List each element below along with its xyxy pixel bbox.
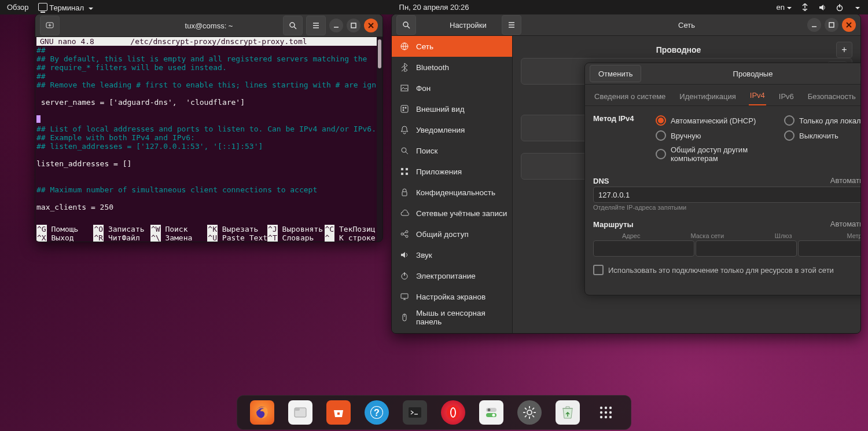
- sidebar-item-apps[interactable]: Приложения: [392, 161, 512, 182]
- dock-app-opera[interactable]: [441, 400, 465, 425]
- tab-ipv6[interactable]: IPv6: [778, 87, 795, 105]
- dock-app-firefox[interactable]: [250, 400, 274, 425]
- ipv4-method-manual[interactable]: Вручную: [656, 130, 784, 141]
- chevron-down-icon[interactable]: [855, 7, 860, 12]
- sidebar-item-label: Bluetooth: [416, 63, 449, 72]
- maximize-button[interactable]: [347, 19, 361, 32]
- apply-button[interactable]: Применить: [860, 65, 861, 82]
- maximize-button[interactable]: [825, 18, 838, 32]
- tab-security[interactable]: Безопасность: [807, 87, 857, 105]
- svg-rect-15: [406, 168, 408, 170]
- dns-label: DNS: [593, 177, 609, 185]
- svg-point-3: [290, 23, 295, 27]
- network-icon[interactable]: [801, 3, 809, 12]
- sidebar-item-lock[interactable]: Конфиденциальность: [392, 182, 512, 203]
- power-icon[interactable]: [836, 3, 844, 12]
- svg-point-49: [600, 411, 602, 414]
- ipv4-method-off[interactable]: Выключить: [784, 130, 861, 141]
- sidebar-item-search[interactable]: Поиск: [392, 140, 512, 161]
- settings-search-button[interactable]: [396, 15, 416, 35]
- ipv4-method-auto[interactable]: Автоматический (DHCP): [656, 115, 784, 126]
- route-gw-input[interactable]: [798, 240, 861, 257]
- svg-point-12: [403, 109, 404, 111]
- connection-editor-dialog: Отменить Проводные Применить Сведения о …: [584, 63, 861, 295]
- dock-app-settings[interactable]: [517, 400, 542, 425]
- svg-point-5: [403, 22, 408, 27]
- bell-icon: [400, 125, 409, 134]
- sidebar-item-power[interactable]: Электропитание: [392, 265, 512, 286]
- svg-rect-24: [401, 294, 408, 298]
- menu-button[interactable]: [306, 16, 326, 35]
- sidebar-item-label: Конфиденциальность: [416, 188, 495, 197]
- ipv4-method-share[interactable]: Общий доступ другим компьютерам: [656, 145, 784, 163]
- power-icon: [400, 271, 409, 280]
- activities-button[interactable]: Обзор: [7, 3, 29, 12]
- sound-icon: [400, 250, 409, 260]
- dock-app-help[interactable]: ?: [365, 400, 389, 425]
- svg-rect-36: [409, 407, 421, 418]
- svg-rect-17: [406, 173, 408, 175]
- sidebar-item-label: Сетевые учётные записи: [416, 209, 507, 218]
- sidebar-item-appearance[interactable]: Внешний вид: [392, 98, 512, 119]
- svg-point-21: [406, 235, 408, 238]
- sidebar-item-sound[interactable]: Звук: [392, 244, 512, 265]
- dns-input[interactable]: [593, 187, 861, 203]
- svg-point-43: [492, 414, 495, 417]
- new-tab-button[interactable]: [40, 16, 60, 35]
- route-addr-input[interactable]: [593, 240, 694, 257]
- clock[interactable]: Пн, 20 апреля 20:26: [399, 3, 469, 12]
- search-icon: [400, 146, 409, 155]
- minimize-button[interactable]: [329, 19, 343, 32]
- terminal-content[interactable]: GNU nano 4.8 /etc/dnscrypt-proxy/dnscryp…: [35, 37, 382, 242]
- dock-app-software[interactable]: [326, 400, 351, 425]
- volume-icon[interactable]: [818, 3, 826, 12]
- tab-details[interactable]: Сведения о системе: [593, 87, 667, 105]
- search-button[interactable]: [283, 16, 303, 35]
- sidebar-item-mouse[interactable]: Мышь и сенсорная панель: [392, 307, 512, 328]
- minimize-button[interactable]: [807, 18, 821, 32]
- only-resources-checkbox[interactable]: [593, 265, 604, 275]
- ipv4-method-local[interactable]: Только для локальной сети: [784, 115, 861, 126]
- terminal-icon: [38, 3, 47, 11]
- cancel-button[interactable]: Отменить: [590, 65, 641, 82]
- sidebar-item-label: Поиск: [416, 147, 437, 155]
- dock-app-grid[interactable]: [594, 400, 618, 425]
- dock-app-files[interactable]: [288, 400, 312, 425]
- tab-ipv4[interactable]: IPv4: [749, 86, 766, 105]
- sidebar-item-cloud[interactable]: Сетевые учётные записи: [392, 203, 512, 224]
- add-connection-button[interactable]: +: [836, 42, 852, 58]
- mouse-icon: [400, 313, 409, 322]
- lock-icon: [400, 188, 409, 197]
- close-button[interactable]: [842, 18, 856, 32]
- sidebar-item-display[interactable]: Настройка экранов: [392, 286, 512, 307]
- dock: ?: [237, 395, 631, 430]
- terminal-scrollbar[interactable]: [377, 37, 382, 242]
- dock-app-trash[interactable]: [556, 400, 580, 425]
- share-icon: [400, 229, 409, 239]
- settings-menu-button[interactable]: [502, 15, 521, 35]
- sidebar-item-label: Настройка экранов: [416, 293, 486, 301]
- svg-rect-18: [402, 192, 407, 196]
- svg-rect-30: [295, 408, 300, 411]
- lang-indicator[interactable]: en: [777, 3, 792, 12]
- settings-main-pane: Проводное + + Отменить Проводные: [513, 36, 860, 334]
- sidebar-item-label: Фон: [416, 84, 431, 93]
- sidebar-item-bluetooth[interactable]: Bluetooth: [392, 57, 512, 78]
- svg-rect-23: [404, 272, 404, 276]
- sidebar-item-background[interactable]: Фон: [392, 78, 512, 98]
- dns-auto-label: Автоматический: [830, 176, 861, 185]
- route-mask-input[interactable]: [696, 240, 797, 257]
- dock-app-terminal[interactable]: [403, 400, 427, 425]
- sidebar-item-share[interactable]: Общий доступ: [392, 224, 512, 244]
- svg-point-39: [451, 408, 455, 417]
- routes-auto-label: Автоматический: [830, 220, 861, 228]
- settings-window: Настройки Сеть СетьBluetoothФонВнешний в…: [391, 14, 861, 334]
- dock-app-tweaks[interactable]: [479, 400, 503, 425]
- sidebar-item-label: Общий доступ: [416, 230, 469, 239]
- nano-header: GNU nano 4.8 /etc/dnscrypt-proxy/dnscryp…: [36, 37, 381, 46]
- tab-identity[interactable]: Идентификация: [678, 87, 737, 105]
- app-menu[interactable]: Терминал: [38, 2, 93, 12]
- sidebar-item-bell[interactable]: Уведомления: [392, 119, 512, 140]
- close-button[interactable]: [364, 19, 378, 32]
- sidebar-item-globe[interactable]: Сеть: [392, 36, 512, 57]
